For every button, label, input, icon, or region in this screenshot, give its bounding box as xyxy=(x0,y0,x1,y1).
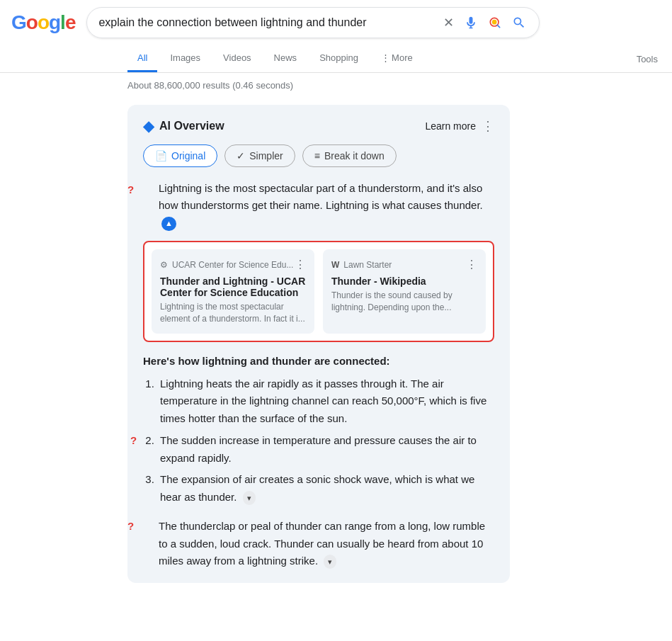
mode-simpler-button[interactable]: ✓ Simpler xyxy=(224,144,295,167)
source-card-1-snippet: Lightning is the most spectacular elemen… xyxy=(160,301,306,325)
header: Google ✕ xyxy=(0,0,672,45)
list-item-3: The expansion of air creates a sonic sho… xyxy=(157,471,494,506)
source-card-2-site: W Lawn Starter xyxy=(331,260,392,270)
logo-e: e xyxy=(65,11,76,34)
tab-more[interactable]: ⋮ More xyxy=(371,45,423,72)
overview-menu-icon[interactable]: ⋮ xyxy=(482,118,494,134)
google-logo[interactable]: Google xyxy=(11,11,75,34)
breakdown-list-icon: ≡ xyxy=(314,150,320,161)
list-item-1: Lightning heats the air rapidly as it pa… xyxy=(157,375,494,428)
source-card-2-menu[interactable]: ⋮ xyxy=(466,258,477,271)
source-card-2-title: Thunder - Wikipedia xyxy=(331,276,477,287)
clear-icon: ✕ xyxy=(443,15,454,30)
svg-point-1 xyxy=(492,20,497,25)
ucar-gear-icon: ⚙ xyxy=(160,260,168,270)
tab-shopping[interactable]: Shopping xyxy=(309,45,368,72)
clear-search-button[interactable]: ✕ xyxy=(442,13,455,32)
search-input[interactable] xyxy=(98,16,436,29)
tools-button[interactable]: Tools xyxy=(627,47,672,72)
ai-overview-box: ◆ AI Overview Learn more ⋮ 📄 Original ✓ … xyxy=(127,105,510,583)
source-card-1-header: ⚙ UCAR Center for Science Edu... ⋮ xyxy=(160,258,306,271)
question-mark-3: ? xyxy=(127,518,134,535)
source-cards-container: ⚙ UCAR Center for Science Edu... ⋮ Thund… xyxy=(143,241,494,342)
ai-overview-actions: Learn more ⋮ xyxy=(425,118,494,134)
logo-g1: G xyxy=(11,11,26,34)
logo-g2: g xyxy=(49,11,60,34)
numbered-list: Lightning heats the air rapidly as it pa… xyxy=(143,375,494,506)
search-icons: ✕ xyxy=(442,13,528,32)
lens-search-button[interactable] xyxy=(486,14,503,31)
more-dots-icon: ⋮ xyxy=(381,52,390,63)
tab-news[interactable]: News xyxy=(264,45,307,72)
tab-images[interactable]: Images xyxy=(160,45,210,72)
list-item-2: ? The sudden increase in temperature and… xyxy=(157,432,494,467)
source-card-2-header: W Lawn Starter ⋮ xyxy=(331,258,477,271)
tab-all[interactable]: All xyxy=(127,45,157,72)
logo-l: l xyxy=(60,11,65,34)
logo-o2: o xyxy=(38,11,49,34)
ai-intro-text: ? Lightning is the most spectacular part… xyxy=(143,180,494,231)
results-count: About 88,600,000 results (0.46 seconds) xyxy=(0,73,672,98)
source-card-1[interactable]: ⚙ UCAR Center for Science Edu... ⋮ Thund… xyxy=(152,249,314,334)
source-card-1-title: Thunder and Lightning - UCAR Center for … xyxy=(160,276,306,298)
lens-icon xyxy=(488,16,502,30)
nav-tabs: All Images Videos News Shopping ⋮ More T… xyxy=(0,45,672,73)
question-mark-2: ? xyxy=(130,432,137,450)
list-item-3-expand[interactable]: ▾ xyxy=(243,491,256,505)
search-bar-wrapper: ✕ xyxy=(86,7,540,38)
section-heading: Here's how lightning and thunder are con… xyxy=(143,355,494,367)
google-search-button[interactable] xyxy=(511,14,528,31)
source-card-1-site: ⚙ UCAR Center for Science Edu... xyxy=(160,260,293,270)
voice-search-button[interactable] xyxy=(462,14,479,31)
simpler-check-icon: ✓ xyxy=(237,150,245,161)
tab-videos[interactable]: Videos xyxy=(213,45,261,72)
search-icon xyxy=(512,16,526,30)
mode-buttons: 📄 Original ✓ Simpler ≡ Break it down xyxy=(143,144,494,167)
info-chip[interactable]: ▲ xyxy=(161,217,176,231)
source-card-2[interactable]: W Lawn Starter ⋮ Thunder - Wikipedia Thu… xyxy=(323,249,486,334)
ai-overview-header: ◆ AI Overview Learn more ⋮ xyxy=(143,118,494,135)
mic-icon xyxy=(464,16,478,30)
mode-breakdown-button[interactable]: ≡ Break it down xyxy=(302,144,397,167)
search-bar: ✕ xyxy=(86,7,540,38)
source-card-1-menu[interactable]: ⋮ xyxy=(295,258,306,271)
original-doc-icon: 📄 xyxy=(155,150,167,161)
thunder-paragraph: ? The thunderclap or peal of thunder can… xyxy=(143,518,494,570)
source-card-2-snippet: Thunder is the sound caused by lightning… xyxy=(331,290,477,314)
wikipedia-w-icon: W xyxy=(331,260,339,270)
main-content: ◆ AI Overview Learn more ⋮ 📄 Original ✓ … xyxy=(0,98,637,601)
diamond-icon: ◆ xyxy=(143,118,154,135)
learn-more-button[interactable]: Learn more xyxy=(425,120,476,132)
mode-original-button[interactable]: 📄 Original xyxy=(143,144,217,167)
thunder-para-expand[interactable]: ▾ xyxy=(324,555,336,569)
logo-o1: o xyxy=(26,11,38,34)
question-mark-1: ? xyxy=(127,181,134,198)
ai-overview-title: ◆ AI Overview xyxy=(143,118,224,135)
